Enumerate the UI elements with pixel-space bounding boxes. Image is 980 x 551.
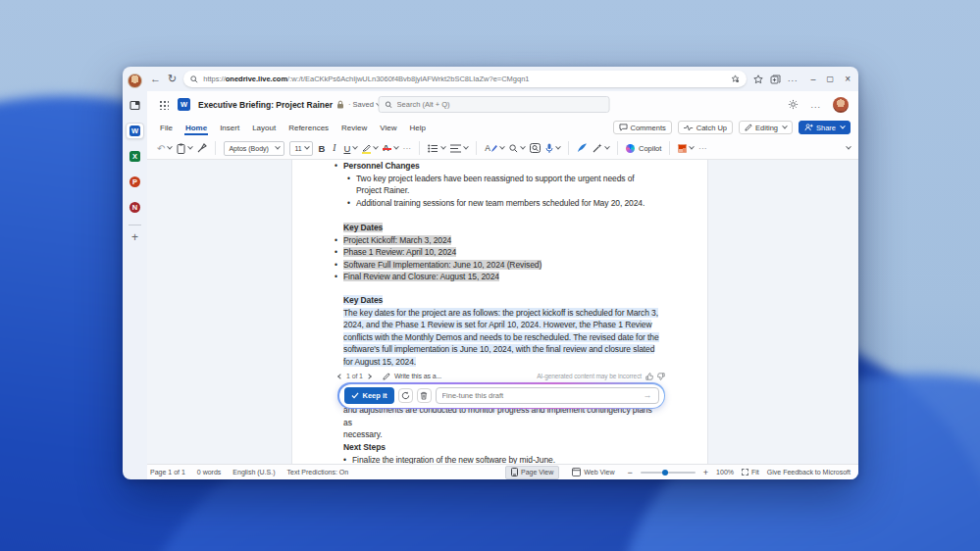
more-font-options-icon[interactable]: ··· <box>403 145 412 152</box>
editor-pane-button[interactable] <box>530 143 541 153</box>
ai-draft-paragraph[interactable]: The key dates for the project are as fol… <box>343 307 659 369</box>
tab-layout[interactable]: Layout <box>251 121 277 135</box>
favorites-star-icon[interactable] <box>753 75 763 84</box>
app-launcher-icon[interactable] <box>159 100 169 110</box>
tab-view[interactable]: View <box>379 121 397 135</box>
underline-button[interactable]: U <box>343 143 357 154</box>
regenerate-button[interactable] <box>398 388 413 403</box>
web-view-toggle[interactable]: Web View <box>567 467 619 478</box>
feedback-link[interactable]: Give Feedback to Microsoft <box>767 469 851 476</box>
doc-heading-selected[interactable]: Key Dates <box>343 222 652 234</box>
address-bar[interactable]: https://onedrive.live.com/:w:/t/EaCKkPs6… <box>183 71 747 87</box>
delete-draft-button[interactable] <box>417 388 432 403</box>
settings-gear-icon[interactable] <box>788 99 799 110</box>
fine-tune-input[interactable] <box>442 391 640 400</box>
doc-bullet[interactable]: Two key project leaders have been reassi… <box>356 173 643 197</box>
designer-button[interactable] <box>678 144 694 153</box>
comments-button[interactable]: Comments <box>613 121 672 134</box>
page-view-toggle[interactable]: Page View <box>505 466 559 479</box>
catch-up-button[interactable]: Catch Up <box>678 121 733 134</box>
header-more-icon[interactable]: ... <box>810 100 821 110</box>
undo-button[interactable]: ↶ <box>157 143 172 154</box>
font-size-select[interactable]: 11 <box>289 141 313 156</box>
rewrite-button[interactable] <box>593 143 609 153</box>
keep-it-button[interactable]: Keep it <box>344 387 394 404</box>
doc-heading[interactable]: Next Steps <box>343 441 652 454</box>
write-this-as-button[interactable]: Write this as a... <box>383 371 441 383</box>
doc-bullet[interactable]: Additional training sessions for new tea… <box>356 197 652 210</box>
send-icon[interactable]: → <box>644 389 652 402</box>
maximize-button[interactable]: ▢ <box>827 75 835 83</box>
search-input[interactable] <box>397 100 602 109</box>
word-app-icon[interactable]: W <box>126 123 144 139</box>
tab-references[interactable]: References <box>287 121 330 135</box>
thumbs-up-icon[interactable] <box>645 373 653 380</box>
text-predictions[interactable]: Text Predictions: On <box>287 469 349 476</box>
paste-button[interactable] <box>177 143 192 154</box>
doc-bullet-selected[interactable]: Project Kickoff: March 3, 2024 <box>343 234 652 247</box>
tab-home[interactable]: Home <box>184 121 208 135</box>
doc-bullet-selected[interactable]: Software Full Implementation: June 10, 2… <box>343 259 652 272</box>
back-icon[interactable]: ← <box>150 74 161 84</box>
window-icon[interactable] <box>126 97 144 114</box>
tab-review[interactable]: Review <box>340 121 368 135</box>
tab-file[interactable]: File <box>159 121 174 135</box>
share-button[interactable]: Share <box>799 121 851 134</box>
collapse-ribbon-icon[interactable] <box>846 144 851 150</box>
page-count[interactable]: Page 1 of 1 <box>150 469 185 476</box>
site-permissions-icon[interactable] <box>731 75 740 83</box>
editing-mode-button[interactable]: Editing <box>739 121 793 134</box>
browser-more-icon[interactable]: ... <box>788 74 799 84</box>
account-avatar[interactable] <box>833 97 849 113</box>
highlight-button[interactable] <box>362 144 378 152</box>
fit-toggle[interactable]: Fit <box>742 469 759 476</box>
zoom-level[interactable]: 100% <box>716 469 734 476</box>
format-painter-button[interactable] <box>197 143 207 153</box>
font-name-select[interactable]: Aptos (Body) <box>224 141 284 156</box>
ai-draft-heading[interactable]: Key Dates <box>343 294 659 307</box>
excel-app-icon[interactable]: X <box>126 148 144 165</box>
close-button[interactable]: × <box>845 74 851 84</box>
next-draft-icon[interactable] <box>366 374 372 379</box>
add-app-button[interactable]: + <box>131 232 138 242</box>
line-spacing-button[interactable] <box>450 144 468 153</box>
search-box[interactable] <box>378 96 609 113</box>
zoom-out-icon[interactable]: − <box>628 468 633 477</box>
document-title[interactable]: Executive Briefing: Project Rainer <box>198 100 333 110</box>
minimize-button[interactable]: – <box>811 75 816 84</box>
doc-heading[interactable]: Personnel Changes <box>343 160 652 173</box>
thumbs-down-icon[interactable] <box>657 373 665 380</box>
bold-button[interactable]: B <box>318 143 325 154</box>
refresh-icon[interactable]: ↻ <box>168 74 177 84</box>
dictate-button[interactable] <box>545 143 560 154</box>
onenote-app-icon[interactable]: N <box>126 199 144 216</box>
save-status[interactable]: · Saved <box>348 100 374 109</box>
bullet-list-button[interactable] <box>428 144 445 153</box>
powerpoint-app-icon[interactable]: P <box>126 174 144 190</box>
font-color-button[interactable]: A <box>383 144 398 153</box>
zoom-slider-handle[interactable] <box>662 470 668 476</box>
collections-icon[interactable] <box>770 75 781 84</box>
more-commands-icon[interactable]: ··· <box>698 145 707 152</box>
copilot-button[interactable]: Copilot <box>626 144 661 153</box>
zoom-in-icon[interactable]: + <box>703 468 708 477</box>
previous-draft-icon[interactable] <box>337 374 343 379</box>
text-styles-button[interactable]: A <box>485 143 504 153</box>
italic-button[interactable]: I <box>333 143 335 153</box>
find-button[interactable] <box>509 144 525 153</box>
document-page[interactable]: Personnel Changes Two key project leader… <box>291 160 708 464</box>
tab-insert[interactable]: Insert <box>219 121 240 135</box>
regenerate-icon <box>401 391 410 400</box>
covered-paragraph[interactable]: and adjustments are conducted to monitor… <box>343 404 652 441</box>
word-logo-icon[interactable]: W <box>178 98 190 111</box>
doc-bullet[interactable]: Finalize the integration of the new soft… <box>352 454 652 465</box>
browser-profile-avatar[interactable] <box>128 74 142 88</box>
line-spacing-icon <box>450 144 461 153</box>
word-count[interactable]: 0 words <box>197 469 222 476</box>
editor-button[interactable] <box>577 143 588 153</box>
tab-help[interactable]: Help <box>409 121 427 135</box>
language[interactable]: English (U.S.) <box>232 469 275 476</box>
doc-bullet-selected[interactable]: Phase 1 Review: April 10, 2024 <box>343 246 652 259</box>
zoom-slider[interactable] <box>641 472 696 474</box>
doc-bullet-selected[interactable]: Final Review and Closure: August 15, 202… <box>343 271 652 283</box>
